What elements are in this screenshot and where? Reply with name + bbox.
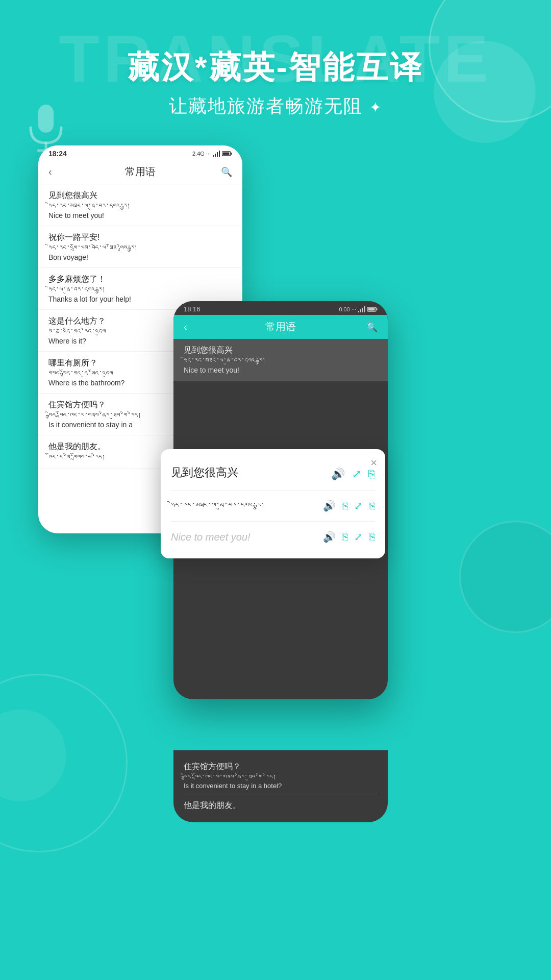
tibetan-text: ཉིད་རང་མཐང་ལ་ཞུ་བར་དགའ་རྒྱུ། [171,500,318,512]
cn-icons: 🔊 ⤢ ⎘ [331,468,375,481]
status-bar-back: 18:24 2.4G ··· [38,145,242,160]
expand-icon-tibetan[interactable]: ⤢ [354,500,363,512]
list-item-selected[interactable]: 见到您很高兴 ཉིད་རང་མཐང་ལ་ཞུ་བར་དགའ་རྒྱུ། Nice… [173,339,388,381]
cn-text: 见到您很高兴 [171,465,238,480]
sound-icon-cn[interactable]: 🔊 [331,468,345,481]
search-icon-back[interactable]: 🔍 [221,166,232,178]
bg-circle-5 [0,709,66,801]
back-arrow-back[interactable]: ‹ [48,166,52,178]
nav-title-back: 常用语 [125,165,156,179]
en-icons: 🔊 ⎘ ⤢ ⎘ [323,531,375,543]
tibetan-icons: 🔊 ⎘ ⤢ ⎘ [323,500,375,512]
back-arrow-front[interactable]: ‹ [184,321,187,333]
detail-card: × 见到您很高兴 🔊 ⤢ ⎘ ཉིད་རང་མཐང་ལ་ཞུ་བར་དགའ་རྒ… [161,449,385,558]
phone-front-bottom: 住宾馆方便吗？ སྐྱིད་སྡོད་ཁང་ལ་གནས་ཞིར་ཐུབ་གི་ར… [173,750,388,822]
time-front: 18:16 [184,305,201,313]
status-bar-front: 18:16 0.00 ··· [173,301,388,315]
tibetan-section: ཉིད་རང་མཐང་ལ་ཞུ་བར་དགའ་རྒྱུ། 🔊 ⎘ ⤢ ⎘ [171,495,375,517]
copy-icon-tibetan[interactable]: ⎘ [369,500,375,512]
nav-bar-back: ‹ 常用语 🔍 [38,160,242,184]
svg-rect-7 [368,308,375,310]
sound-icon-en[interactable]: 🔊 [323,531,336,543]
expand-icon-cn[interactable]: ⤢ [352,468,361,481]
list-item[interactable]: 祝你一路平安! ཉིད་རང་འགྲོ་ལམ་བདེ་ལ་ཐོན་གྱིས་རྒ… [38,226,242,268]
copy-icon-en[interactable]: ⎘ [369,531,375,543]
bg-circle-4 [0,674,128,852]
close-button[interactable]: × [370,456,377,470]
en-text: Nice to meet you! [171,531,251,543]
header-subtitle: 让藏地旅游者畅游无阻 ✦ [0,94,551,119]
search-icon-front[interactable]: 🔍 [366,322,378,333]
sound-icon-tibetan[interactable]: 🔊 [323,500,336,512]
cn-section: 见到您很高兴 🔊 ⤢ ⎘ [171,459,375,486]
nav-title-front: 常用语 [265,320,296,334]
svg-rect-4 [223,153,230,155]
list-item[interactable]: 见到您很高兴 ཉིད་རང་མཐང་ལ་ཞུ་བར་དགའ་རྒྱུ། Nice… [38,184,242,226]
share-icon-tibetan[interactable]: ⎘ [342,500,348,512]
header-title: 藏汉*藏英-智能互译 [0,46,551,89]
status-icons-front: 0.00 ··· [339,306,378,312]
svg-rect-8 [377,308,378,310]
list-item-hotel[interactable]: 住宾馆方便吗？ སྐྱིད་སྡོད་ཁང་ལ་གནས་ཞིར་ཐུབ་གི་ར… [184,756,378,795]
expand-icon-en[interactable]: ⤢ [354,531,363,543]
bg-circle-3 [459,521,551,633]
divider-2 [171,521,375,522]
list-item-friend[interactable]: 他是我的朋友。 [184,795,378,816]
nav-bar-front: ‹ 常用语 🔍 [173,315,388,339]
en-section: Nice to meet you! 🔊 ⎘ ⤢ ⎘ [171,526,375,548]
svg-rect-5 [231,153,232,155]
header-area: 藏汉*藏英-智能互译 让藏地旅游者畅游无阻 ✦ [0,46,551,119]
list-front: 见到您很高兴 ཉིད་རང་མཐང་ལ་ཞུ་བར་དགའ་རྒྱུ། Nice… [173,339,388,381]
divider-1 [171,490,375,491]
share-icon-en[interactable]: ⎘ [342,531,348,543]
sparkle-icon: ✦ [369,100,382,115]
time-back: 18:24 [48,150,67,158]
status-icons-back: 2.4G ··· [192,151,232,157]
